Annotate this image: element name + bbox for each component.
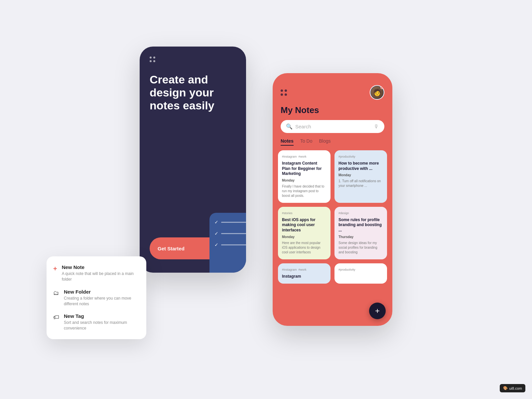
note-card-5[interactable]: #productivity [334, 263, 387, 284]
note-title-3: Some rules for profile branding and boos… [338, 217, 383, 233]
note-tag-1: #productivity [338, 155, 383, 158]
note-day-0: Monday [282, 179, 327, 182]
fab-button[interactable]: + [369, 303, 386, 319]
tabs-row: Notes To Do Blogs [273, 138, 392, 150]
note-card-2[interactable]: #stories Best iOS apps for making cool u… [278, 207, 331, 259]
tab-todo[interactable]: To Do [300, 138, 313, 146]
note-tag-2: #stories [282, 211, 327, 215]
popup-new-folder[interactable]: 🗂 New Folder Creating a folder where you… [53, 289, 140, 307]
popup-new-note[interactable]: + New Note A quick note that will be pla… [53, 264, 140, 282]
note-card-0[interactable]: #instagram #work Instagram Content Plan … [278, 150, 331, 203]
popup-new-tag-title: New Tag [64, 313, 140, 319]
avatar[interactable]: 🧑 [370, 85, 384, 100]
popup-new-tag-desc: Sort and search notes for maximum conven… [64, 320, 140, 331]
search-icon: 🔍 [286, 123, 293, 130]
note-card-4[interactable]: #instagram #work Instagram [278, 263, 331, 284]
notes-grid: #instagram #work Instagram Content Plan … [278, 150, 387, 284]
note-title-4: Instagram [282, 274, 327, 279]
tag-icon: 🏷 [53, 314, 59, 321]
note-tag-3: #design [338, 211, 383, 215]
notes-scroll: #instagram #work Instagram Content Plan … [273, 150, 392, 326]
watermark: 🎨 ui8.com [500, 384, 525, 392]
note-day-1: Monday [338, 173, 383, 177]
checklist-preview: ✓ ✓ ✓ [209, 213, 246, 273]
phone-left: Create and design your notes easily Get … [140, 47, 246, 273]
note-title-0: Instagram Content Plan for Begginer for … [282, 161, 327, 177]
note-preview-2: Here are the most popular iOS applicatio… [282, 241, 327, 255]
search-bar[interactable]: 🔍 Search 🎙 [281, 120, 384, 133]
page-title: My Notes [273, 105, 392, 120]
popup-new-folder-desc: Creating a folder where you can move dif… [64, 296, 140, 307]
note-preview-0: Finally I have decided that to run my in… [282, 184, 327, 198]
note-title-2: Best iOS apps for making cool user inter… [282, 217, 327, 233]
note-tag-0: #instagram #work [282, 155, 327, 158]
right-phone-header: 🧑 [273, 73, 392, 105]
popup-new-folder-title: New Folder [64, 289, 140, 295]
note-card-3[interactable]: #design Some rules for profile branding … [334, 207, 387, 259]
note-day-2: Monday [282, 235, 327, 239]
get-started-label: Get Started [158, 246, 185, 251]
note-tag-4: #instagram #work [282, 268, 327, 271]
note-title-1: How to become more productive with ... [338, 161, 383, 171]
popup-menu: + New Note A quick note that will be pla… [47, 256, 146, 339]
mic-icon: 🎙 [374, 124, 379, 130]
popup-new-note-desc: A quick note that will be placed in a ma… [62, 271, 140, 282]
watermark-text: 🎨 [503, 386, 508, 390]
note-card-1[interactable]: #productivity How to become more product… [334, 150, 387, 203]
folder-icon: 🗂 [53, 290, 59, 297]
notification-badge [380, 86, 384, 89]
search-input[interactable]: Search [295, 124, 371, 129]
popup-new-note-title: New Note [62, 264, 140, 270]
watermark-label: ui8.com [509, 386, 522, 390]
tab-blogs[interactable]: Blogs [319, 138, 331, 146]
note-day-3: Thursday [338, 235, 383, 239]
note-preview-3: Some design ideas for my social profiles… [338, 241, 383, 255]
note-tag-5: #productivity [338, 268, 383, 271]
popup-new-tag[interactable]: 🏷 New Tag Sort and search notes for maxi… [53, 313, 140, 331]
left-phone-title: Create and design your notes easily [150, 73, 236, 231]
right-phone-dots [281, 89, 287, 96]
scene: Create and design your notes easily Get … [50, 33, 482, 366]
tab-notes[interactable]: Notes [281, 138, 294, 146]
note-preview-1: 1. Turn off all notifications on your sm… [338, 179, 383, 188]
phone-right: 🧑 My Notes 🔍 Search 🎙 Notes To Do Blogs … [273, 73, 392, 326]
plus-icon: + [53, 265, 57, 273]
left-phone-dots [150, 57, 155, 62]
